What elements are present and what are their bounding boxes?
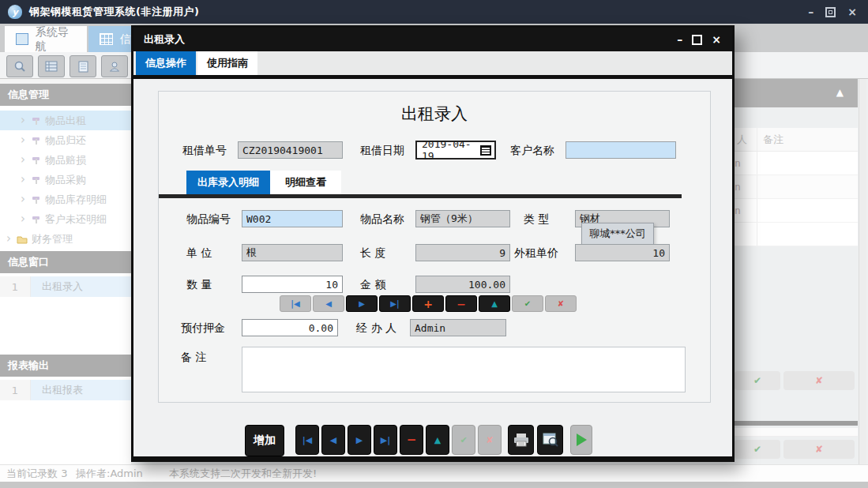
prior-icon: ◀ <box>330 435 336 445</box>
next-icon: ▶ <box>356 435 363 445</box>
footer-delete-button[interactable]: − <box>400 425 423 455</box>
deposit-field[interactable] <box>242 319 338 336</box>
tab-system-nav[interactable]: 系统导航 <box>5 26 87 52</box>
sidebar-item-item-purchase[interactable]: › 物品采购 <box>0 170 131 190</box>
last-icon: ▶| <box>381 435 390 445</box>
edit-icon: ▲ <box>434 435 441 445</box>
sidebar-item-inventory-detail[interactable]: › 物品库存明细 <box>0 190 131 209</box>
search-toolbar-button[interactable] <box>6 55 33 77</box>
run-button[interactable] <box>570 425 592 455</box>
nav-insert-button[interactable]: + <box>412 295 444 312</box>
footer-last-button[interactable]: ▶| <box>374 425 397 455</box>
sidebar-item-label: 财务管理 <box>32 232 73 246</box>
form-panel: 出租录入 租借单号 租借日期 2019-04-19 客户名称 出库录入明细 明细… <box>158 91 711 403</box>
tab-info-operation[interactable]: 信息操作 <box>136 51 196 75</box>
footer-first-button[interactable]: |◀ <box>295 425 319 455</box>
print-button[interactable] <box>508 425 534 455</box>
remarks-label: 备 注 <box>181 348 206 366</box>
tab-user-guide[interactable]: 使用指南 <box>197 51 257 75</box>
calendar-icon[interactable] <box>480 145 491 156</box>
unit-price-field <box>575 244 670 261</box>
add-button[interactable]: 增加 <box>245 425 284 456</box>
document-toolbar-button[interactable] <box>70 55 96 77</box>
rental-date-field[interactable]: 2019-04-19 <box>415 141 496 160</box>
nav-post-button[interactable]: ✔ <box>512 295 543 312</box>
bg-post-button-2[interactable]: ✔ <box>735 440 780 459</box>
plus-icon: + <box>423 298 433 310</box>
item-no-field[interactable] <box>242 210 343 227</box>
bg-table-row[interactable]: n <box>735 175 858 199</box>
customer-name-field[interactable] <box>566 141 676 159</box>
bg-table-row[interactable]: n <box>735 152 858 175</box>
sidebar-item-finance-mgmt[interactable]: › 财务管理 <box>0 229 131 249</box>
tool-icon <box>31 214 41 224</box>
dialog-minimize-icon[interactable]: – <box>677 34 682 45</box>
section-header-info-mgmt: 信息管理 <box>0 84 131 106</box>
nav-delete-button[interactable]: − <box>445 295 477 312</box>
nav-edit-button[interactable]: ▲ <box>479 295 510 312</box>
footer-edit-button[interactable]: ▲ <box>426 425 449 455</box>
sidebar-item-item-rental[interactable]: › 物品出租 <box>0 111 131 130</box>
first-icon: |◀ <box>302 435 312 445</box>
sidebar: 信息管理 › 物品出租 › 物品归还 › 物品赔损 › 物品采购 <box>0 79 131 464</box>
preview-icon <box>543 433 558 447</box>
sidebar-item-label: 物品归还 <box>45 133 86 148</box>
remarks-field[interactable] <box>242 347 686 392</box>
nav-last-button[interactable]: ▶| <box>379 295 411 312</box>
folder-icon <box>17 235 28 244</box>
rental-date-label: 租借日期 <box>360 141 404 159</box>
close-icon[interactable]: × <box>847 6 857 17</box>
sidebar-item-item-return[interactable]: › 物品归还 <box>0 130 131 150</box>
chevron-right-icon: › <box>21 213 25 225</box>
nav-prior-button[interactable]: ◀ <box>313 295 344 312</box>
quantity-field[interactable] <box>242 276 343 293</box>
sidebar-item-label: 物品出租 <box>45 114 86 128</box>
preview-button[interactable] <box>537 425 563 455</box>
footer-next-button[interactable]: ▶ <box>348 425 371 455</box>
bg-cancel-button-2[interactable]: ✘ <box>783 440 855 459</box>
sidebar-item-item-damage[interactable]: › 物品赔损 <box>0 150 131 170</box>
bottom-strip <box>0 482 868 488</box>
main-titlebar: y 钢架钢模租赁管理系统(非注册用户) – × <box>0 0 868 24</box>
tool-icon <box>31 175 41 185</box>
dialog-tabbar: 信息操作 使用指南 <box>133 51 732 75</box>
tab-detail-view[interactable]: 明细查看 <box>270 171 341 194</box>
info-window-item[interactable]: 1 出租录入 <box>0 276 131 297</box>
bg-table-row[interactable]: n <box>735 199 858 223</box>
restore-icon[interactable] <box>825 7 836 17</box>
item-label: 出租报表 <box>31 380 131 400</box>
rental-entry-dialog: 出租录入 – × 信息操作 使用指南 出租录入 租借单号 租借日期 2019-0… <box>131 25 735 462</box>
list-toolbar-button[interactable] <box>38 55 65 77</box>
form-heading: 出租录入 <box>159 103 710 125</box>
list-icon <box>45 61 58 72</box>
x-icon: ✘ <box>815 375 823 386</box>
bg-cancel-button[interactable]: ✘ <box>783 371 855 390</box>
report-item[interactable]: 1 出租报表 <box>0 380 131 400</box>
check-icon: ✔ <box>753 444 761 455</box>
vertical-scrollbar[interactable] <box>859 79 866 466</box>
minimize-icon[interactable]: – <box>808 6 814 17</box>
nav-cancel-button[interactable]: ✘ <box>545 295 577 312</box>
footer-post-button[interactable]: ✔ <box>452 425 475 455</box>
dialog-footer-toolbar: 增加 |◀ ◀ ▶ ▶| − ▲ ✔ ✘ <box>245 425 592 456</box>
rental-no-field <box>238 141 343 159</box>
minus-icon: − <box>457 298 466 310</box>
document-icon <box>78 61 88 73</box>
footer-cancel-button[interactable]: ✘ <box>478 425 502 455</box>
dialog-close-icon[interactable]: × <box>712 34 721 45</box>
nav-first-button[interactable]: |◀ <box>280 295 311 312</box>
bg-post-button[interactable]: ✔ <box>735 371 780 390</box>
user-toolbar-button[interactable] <box>101 55 128 77</box>
sidebar-item-label: 物品赔损 <box>45 153 86 167</box>
item-type-label: 类 型 <box>524 210 549 227</box>
bg-table-header: 人 备注 <box>735 128 858 152</box>
tool-icon <box>31 194 41 205</box>
tab-outbound-entry-detail[interactable]: 出库录入明细 <box>186 171 270 194</box>
prior-icon: ◀ <box>325 299 332 308</box>
first-icon: |◀ <box>291 299 299 308</box>
footer-prior-button[interactable]: ◀ <box>321 425 345 455</box>
dialog-maximize-icon[interactable] <box>692 35 702 45</box>
sidebar-item-customer-outstanding[interactable]: › 客户未还明细 <box>0 209 131 229</box>
nav-next-button[interactable]: ▶ <box>346 295 378 312</box>
collapse-icon[interactable]: ▲ <box>836 87 844 98</box>
